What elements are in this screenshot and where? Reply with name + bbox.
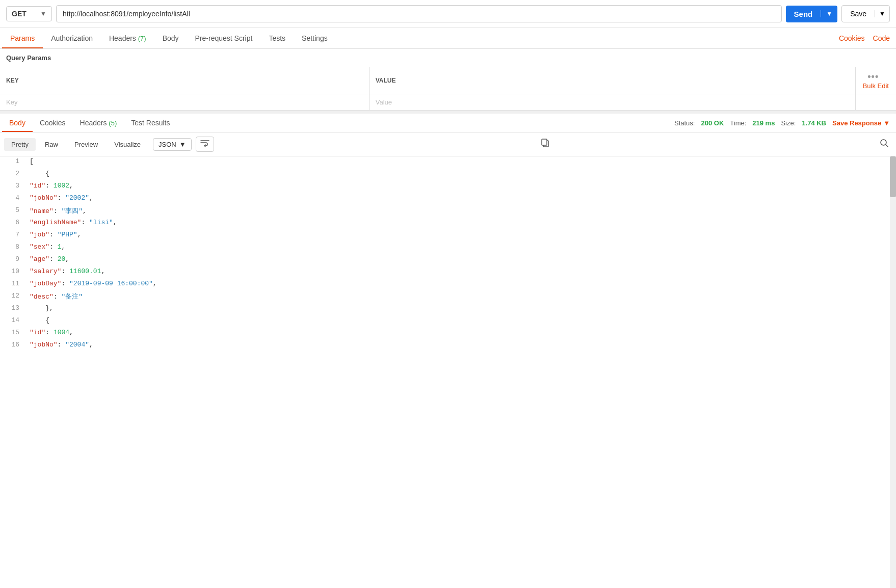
line-number: 13	[0, 303, 25, 313]
scrollbar-thumb[interactable]	[890, 156, 896, 197]
tab-headers[interactable]: Headers (7)	[101, 28, 154, 48]
code-line: 4"jobNo": "2002",	[0, 193, 896, 205]
line-number: 14	[0, 315, 25, 325]
line-content: "jobNo": "2002",	[25, 193, 896, 203]
response-tabs-row: Body Cookies Headers (5) Test Results St…	[0, 114, 896, 132]
line-number: 10	[0, 266, 25, 276]
send-arrow: ▼	[821, 10, 837, 17]
line-number: 1	[0, 156, 25, 166]
headers-badge: (7)	[138, 35, 146, 42]
tab-tests[interactable]: Tests	[260, 28, 294, 48]
code-line: 16"jobNo": "2004",	[0, 340, 896, 352]
code-line: 12"desc": "备注"	[0, 291, 896, 303]
col-value: VALUE	[369, 67, 855, 94]
save-dropdown-arrow: ▼	[875, 10, 889, 17]
tab-settings[interactable]: Settings	[294, 28, 336, 48]
line-content: "id": 1004,	[25, 328, 896, 337]
format-row: Pretty Raw Preview Visualize JSON ▼	[0, 132, 896, 156]
code-line: 11"jobDay": "2019-09-09 16:00:00",	[0, 279, 896, 291]
row-actions	[855, 94, 896, 111]
format-tab-raw[interactable]: Raw	[38, 138, 65, 151]
code-line: 1[	[0, 156, 896, 169]
query-params-title: Query Params	[0, 49, 896, 67]
code-line: 9"age": 20,	[0, 254, 896, 266]
line-content: "name": "李四",	[25, 205, 896, 217]
tab-right-links: Cookies Code	[839, 34, 896, 42]
format-tab-preview[interactable]: Preview	[67, 138, 105, 151]
tab-prerequest[interactable]: Pre-request Script	[187, 28, 261, 48]
wrap-button[interactable]	[196, 137, 214, 152]
size-label: Size:	[781, 119, 796, 127]
format-tab-pretty[interactable]: Pretty	[4, 138, 36, 151]
line-content: "salary": 11600.01,	[25, 266, 896, 276]
code-area: 1[2 {3"id": 1002,4"jobNo": "2002",5"name…	[0, 156, 896, 352]
top-bar: GET ▼ Send ▼ Save ▼	[0, 0, 896, 28]
line-content: "sex": 1,	[25, 242, 896, 252]
code-link[interactable]: Code	[873, 34, 890, 42]
cookies-link[interactable]: Cookies	[839, 34, 865, 42]
json-format-select[interactable]: JSON ▼	[153, 138, 192, 151]
line-content: "id": 1002,	[25, 181, 896, 191]
response-tab-test-results[interactable]: Test Results	[124, 114, 177, 132]
save-response-button[interactable]: Save Response ▼	[832, 119, 890, 127]
scrollbar-track[interactable]	[890, 156, 896, 588]
response-tab-body[interactable]: Body	[2, 114, 33, 132]
line-number: 5	[0, 205, 25, 215]
method-select[interactable]: GET ▼	[6, 6, 52, 21]
line-number: 16	[0, 340, 25, 350]
line-content: "jobDay": "2019-09-09 16:00:00",	[25, 279, 896, 288]
line-number: 15	[0, 328, 25, 337]
line-number: 12	[0, 291, 25, 301]
response-tab-headers[interactable]: Headers (5)	[73, 114, 124, 132]
response-tab-cookies[interactable]: Cookies	[33, 114, 73, 132]
line-content: {	[25, 315, 896, 325]
tab-authorization[interactable]: Authorization	[43, 28, 101, 48]
col-actions: ••• Bulk Edit	[855, 67, 896, 94]
line-content: "job": "PHP",	[25, 230, 896, 239]
code-line: 13 },	[0, 303, 896, 315]
main-layout: GET ▼ Send ▼ Save ▼ Params Authorization…	[0, 0, 896, 588]
search-button[interactable]	[877, 137, 892, 152]
svg-rect-1	[542, 139, 547, 145]
code-line: 15"id": 1004,	[0, 328, 896, 340]
format-tab-visualize[interactable]: Visualize	[107, 138, 148, 151]
line-number: 4	[0, 193, 25, 203]
status-label: Status:	[674, 119, 695, 127]
line-content: {	[25, 169, 896, 178]
code-line: 5"name": "李四",	[0, 205, 896, 218]
code-line: 10"salary": 11600.01,	[0, 266, 896, 279]
send-label: Send	[786, 10, 821, 18]
line-number: 6	[0, 218, 25, 227]
tab-params[interactable]: Params	[2, 28, 43, 48]
value-cell[interactable]: Value	[369, 94, 855, 111]
more-options-icon[interactable]: •••	[867, 71, 879, 82]
code-line: 8"sex": 1,	[0, 242, 896, 254]
copy-button[interactable]	[538, 137, 552, 152]
code-container: 1[2 {3"id": 1002,4"jobNo": "2002",5"name…	[0, 156, 896, 588]
status-value: 200 OK	[701, 119, 724, 127]
code-line: 7"job": "PHP",	[0, 230, 896, 242]
line-content: "englishName": "lisi",	[25, 218, 896, 227]
line-content: "jobNo": "2004",	[25, 340, 896, 350]
save-button[interactable]: Save ▼	[841, 5, 890, 22]
response-meta: Status: 200 OK Time: 219 ms Size: 1.74 K…	[674, 119, 894, 127]
save-label: Save	[842, 10, 875, 18]
line-number: 3	[0, 181, 25, 191]
line-number: 7	[0, 230, 25, 239]
code-line: 14 {	[0, 315, 896, 328]
tab-body[interactable]: Body	[154, 28, 187, 48]
size-value: 1.74 KB	[802, 119, 826, 127]
method-label: GET	[12, 10, 27, 18]
line-content: [	[25, 156, 896, 166]
code-line: 2 {	[0, 169, 896, 181]
request-tabs-row: Params Authorization Headers (7) Body Pr…	[0, 28, 896, 49]
bulk-edit-button[interactable]: Bulk Edit	[863, 82, 889, 90]
method-chevron: ▼	[40, 10, 46, 17]
code-line: 6"englishName": "lisi",	[0, 218, 896, 230]
send-button[interactable]: Send ▼	[786, 6, 838, 22]
params-table: KEY VALUE ••• Bulk Edit Key Value	[0, 67, 896, 111]
url-input[interactable]	[56, 5, 782, 22]
key-cell[interactable]: Key	[0, 94, 369, 111]
line-number: 2	[0, 169, 25, 178]
time-value: 219 ms	[752, 119, 775, 127]
